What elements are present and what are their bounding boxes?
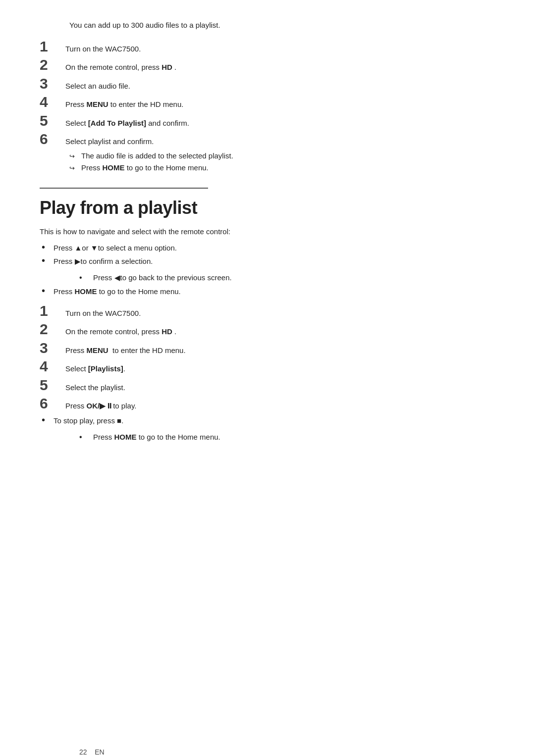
step-6-text: Select playlist and confirm. <box>65 136 495 148</box>
play-step-1: 1 Turn on the WAC7500. <box>40 302 495 319</box>
play-step-6: 6 Press OK/▶⏸to play. <box>40 395 495 412</box>
arrow-icon-2: ↪ <box>69 163 81 173</box>
nav-bullet-3-text: Press HOME to go to the Home menu. <box>54 286 495 298</box>
language-label: EN <box>95 748 104 756</box>
nav-bullet-2: • Press ▶to confirm a selection. <box>40 255 495 267</box>
step-2-text: On the remote control, press HD . <box>65 62 495 73</box>
step-1-number: 1 <box>40 39 65 54</box>
step-6: 6 Select playlist and confirm. <box>40 131 495 148</box>
sub-bullet-2-text: Press HOME to go to the Home menu. <box>81 162 209 174</box>
nav-sub-bullet-1-text: Press ◀to go back to the previous screen… <box>93 272 232 284</box>
play-step-6-text: Press OK/▶⏸to play. <box>65 401 495 412</box>
section-title: Play from a playlist <box>40 198 495 218</box>
play-step-2-number: 2 <box>40 322 65 337</box>
nav-bullet-3: • Press HOME to go to the Home menu. <box>40 286 495 298</box>
stop-sub-bullet-text: Press HOME to go to the Home menu. <box>93 432 220 443</box>
step-4: 4 Press MENU to enter the HD menu. <box>40 94 495 110</box>
nav-bullet-1: • Press ▲or ▼to select a menu option. <box>40 242 495 254</box>
nav-bullet-2-text: Press ▶to confirm a selection. <box>54 256 495 267</box>
step-1-text: Turn on the WAC7500. <box>65 44 495 55</box>
stop-sub-bullet-dot: • <box>79 431 93 443</box>
step-3-text: Select an audio file. <box>65 81 495 92</box>
play-steps: 1 Turn on the WAC7500. 2 On the remote c… <box>40 302 495 412</box>
section-intro: This is how to navigate and select with … <box>40 226 495 238</box>
step-5-number: 5 <box>40 113 65 128</box>
step-2-number: 2 <box>40 57 65 72</box>
stop-bullet-dot: • <box>40 415 54 425</box>
play-step-6-number: 6 <box>40 396 65 411</box>
step-6-number: 6 <box>40 132 65 147</box>
stop-sub-bullets: • Press HOME to go to the Home menu. <box>40 431 495 443</box>
sub-bullet-1-text: The audio file is added to the selected … <box>81 151 233 162</box>
play-step-1-text: Turn on the WAC7500. <box>65 308 495 319</box>
nav-bullets-2: • Press HOME to go to the Home menu. <box>40 286 495 298</box>
play-step-3-number: 3 <box>40 341 65 355</box>
nav-sub-bullet-1: • Press ◀to go back to the previous scre… <box>79 272 495 284</box>
play-step-3-text: Press MENU to enter the HD menu. <box>65 345 495 356</box>
nav-sub-bullets: • Press ◀to go back to the previous scre… <box>40 272 495 284</box>
play-step-1-number: 1 <box>40 303 65 318</box>
footer: 22 EN <box>79 748 105 756</box>
step-3: 3 Select an audio file. <box>40 75 495 92</box>
step-5: 5 Select [Add To Playlist] and confirm. <box>40 112 495 129</box>
step-5-text: Select [Add To Playlist] and confirm. <box>65 118 495 129</box>
play-step-4-number: 4 <box>40 359 65 374</box>
nav-bullet-1-text: Press ▲or ▼to select a menu option. <box>54 243 495 254</box>
play-step-5-number: 5 <box>40 378 65 393</box>
nav-bullets: • Press ▲or ▼to select a menu option. • … <box>40 242 495 267</box>
section-divider <box>40 188 208 189</box>
step-4-number: 4 <box>40 95 65 109</box>
play-step-4: 4 Select [Playlists]. <box>40 358 495 375</box>
sub-bullet-2: ↪ Press HOME to go to the Home menu. <box>69 162 495 174</box>
play-step-5: 5 Select the playlist. <box>40 377 495 394</box>
step-2: 2 On the remote control, press HD . <box>40 56 495 73</box>
page-number: 22 <box>79 748 87 756</box>
intro-text: You can add up to 300 audio files to a p… <box>40 20 495 31</box>
arrow-icon-1: ↪ <box>69 151 81 161</box>
add-sub-bullets: ↪ The audio file is added to the selecte… <box>40 151 495 174</box>
step-4-text: Press MENU to enter the HD menu. <box>65 99 495 110</box>
add-playlist-steps: 1 Turn on the WAC7500. 2 On the remote c… <box>40 38 495 148</box>
stop-bullets: • To stop play, press ■. <box>40 415 495 427</box>
sub-bullet-1: ↪ The audio file is added to the selecte… <box>69 151 495 162</box>
stop-bullet-text: To stop play, press ■. <box>54 415 495 427</box>
play-step-4-text: Select [Playlists]. <box>65 363 495 375</box>
bullet-dot-1: • <box>40 242 54 252</box>
sub-bullet-dot-1: • <box>79 272 93 284</box>
step-1: 1 Turn on the WAC7500. <box>40 38 495 55</box>
play-step-5-text: Select the playlist. <box>65 382 495 394</box>
bullet-dot-2: • <box>40 255 54 265</box>
play-step-2: 2 On the remote control, press HD . <box>40 321 495 338</box>
step-3-number: 3 <box>40 76 65 91</box>
stop-sub-bullet-1: • Press HOME to go to the Home menu. <box>79 431 495 443</box>
play-step-2-text: On the remote control, press HD . <box>65 326 495 338</box>
stop-bullet: • To stop play, press ■. <box>40 415 495 427</box>
play-step-3: 3 Press MENU to enter the HD menu. <box>40 340 495 356</box>
bullet-dot-3: • <box>40 286 54 296</box>
